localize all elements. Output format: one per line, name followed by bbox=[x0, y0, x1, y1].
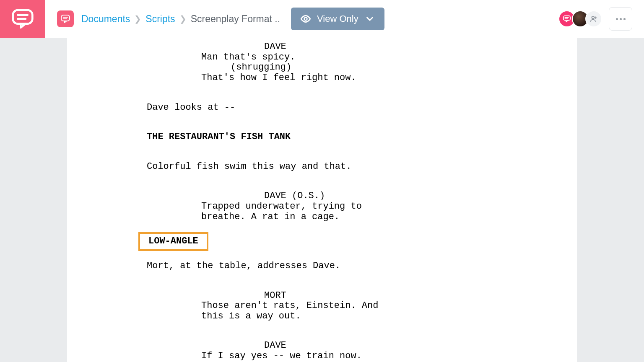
view-only-button[interactable]: View Only bbox=[291, 8, 384, 30]
breadcrumb-documents[interactable]: Documents bbox=[81, 13, 130, 25]
dialogue-line: Man that's spicy. bbox=[147, 52, 497, 63]
top-header: Documents ❯ Scripts ❯ Screenplay Format … bbox=[0, 0, 644, 38]
parenthetical: (shrugging) bbox=[147, 62, 497, 73]
scene-heading: THE RESTAURANT'S FISH TANK bbox=[147, 132, 497, 142]
chat-icon bbox=[60, 14, 70, 24]
dialogue-line: this is a way out. bbox=[147, 311, 497, 322]
action-line: Mort, at the table, addresses Dave. bbox=[147, 261, 497, 272]
script-page: DAVE Man that's spicy. (shrugging) That'… bbox=[67, 38, 577, 362]
avatar-add-user[interactable] bbox=[585, 10, 602, 27]
chevron-right-icon: ❯ bbox=[179, 14, 187, 24]
dialogue-line: Those aren't rats, Einstein. And bbox=[147, 301, 497, 311]
svg-rect-0 bbox=[13, 10, 33, 24]
chevron-down-icon bbox=[364, 13, 375, 24]
app-logo[interactable] bbox=[0, 0, 45, 38]
avatar-stack bbox=[558, 10, 602, 27]
breadcrumb: Documents ❯ Scripts ❯ Screenplay Format … bbox=[81, 13, 280, 25]
logo-chat-icon bbox=[11, 7, 34, 31]
view-only-label: View Only bbox=[317, 13, 358, 24]
action-line: Colorful fish swim this way and that. bbox=[147, 162, 497, 172]
dialogue-line: That's how I feel right now. bbox=[147, 73, 497, 83]
character-cue: DAVE bbox=[147, 42, 497, 52]
svg-rect-7 bbox=[564, 16, 571, 21]
action-line: Dave looks at -- bbox=[147, 103, 497, 113]
chat-icon bbox=[562, 14, 571, 23]
breadcrumb-scripts[interactable]: Scripts bbox=[145, 13, 175, 25]
character-cue: DAVE bbox=[147, 341, 497, 351]
svg-point-6 bbox=[304, 18, 307, 21]
highlighted-scene-heading: LOW-ANGLE bbox=[138, 232, 208, 251]
chevron-right-icon: ❯ bbox=[134, 14, 141, 24]
svg-point-10 bbox=[592, 16, 594, 19]
header-right bbox=[558, 7, 644, 31]
breadcrumb-current: Screenplay Format .. bbox=[191, 13, 280, 25]
character-cue: DAVE (O.S.) bbox=[147, 191, 497, 202]
header-main: Documents ❯ Scripts ❯ Screenplay Format … bbox=[45, 8, 558, 30]
eye-icon bbox=[300, 13, 311, 24]
dots-horizontal-icon bbox=[616, 18, 626, 20]
project-icon[interactable] bbox=[57, 10, 74, 27]
dialogue-line: Trapped underwater, trying to bbox=[147, 202, 497, 212]
highlighted-heading-wrapper: LOW-ANGLE bbox=[147, 232, 497, 251]
character-cue: MORT bbox=[147, 291, 497, 301]
add-user-icon bbox=[589, 15, 598, 23]
page-viewport: DAVE Man that's spicy. (shrugging) That'… bbox=[0, 38, 644, 362]
dialogue-line: breathe. A rat in a cage. bbox=[147, 212, 497, 222]
dialogue-line: If I say yes -- we train now. bbox=[147, 351, 497, 362]
more-options-button[interactable] bbox=[609, 7, 632, 31]
svg-rect-3 bbox=[61, 15, 70, 21]
